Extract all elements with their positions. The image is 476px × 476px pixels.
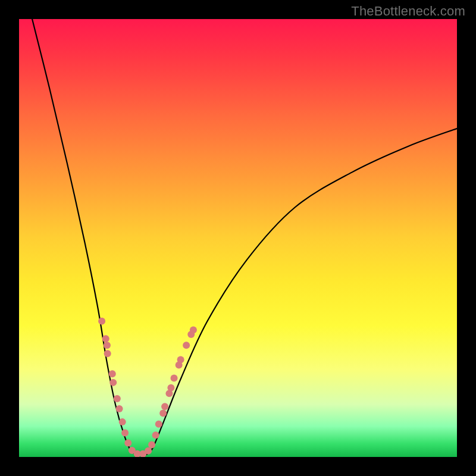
- scatter-dot: [109, 379, 117, 386]
- scatter-dot: [171, 375, 178, 382]
- plot-area: [19, 19, 457, 457]
- scatter-dot: [167, 384, 174, 392]
- line-series-group: [32, 19, 457, 455]
- scatter-dot: [148, 441, 155, 448]
- scatter-points-group: [98, 318, 197, 457]
- scatter-dot: [109, 370, 116, 377]
- scatter-dot: [155, 421, 162, 428]
- scatter-dot: [177, 356, 184, 364]
- scatter-dot: [119, 418, 126, 425]
- scatter-dot: [124, 439, 131, 446]
- curve-left-branch: [32, 19, 137, 455]
- scatter-dot: [116, 405, 123, 412]
- scatter-dot: [104, 350, 111, 357]
- chart-svg: [19, 19, 457, 457]
- scatter-dot: [114, 395, 121, 402]
- scatter-dot: [145, 447, 152, 455]
- scatter-dot: [104, 342, 111, 349]
- scatter-dot: [190, 327, 197, 334]
- curve-right-branch: [146, 129, 457, 455]
- scatter-dot: [98, 318, 105, 325]
- scatter-dot: [152, 431, 159, 439]
- scatter-dot: [161, 403, 168, 410]
- scatter-dot: [121, 430, 129, 437]
- scatter-dot: [183, 342, 190, 349]
- scatter-dot: [102, 335, 109, 342]
- chart-frame: TheBottleneck.com: [0, 0, 476, 476]
- scatter-dot: [159, 409, 167, 416]
- watermark-text: TheBottleneck.com: [351, 4, 465, 19]
